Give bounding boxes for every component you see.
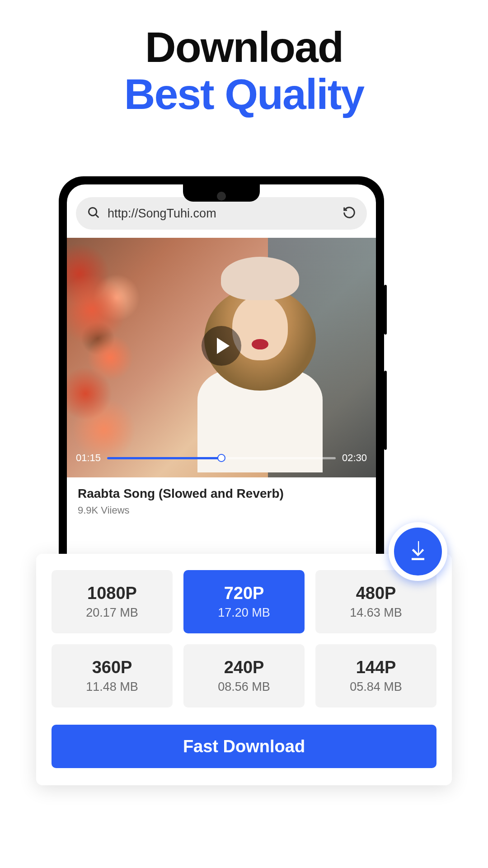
headline: Download Best Quality — [0, 0, 488, 119]
video-meta: Raabta Song (Slowed and Reverb) 9.9K Vii… — [67, 477, 376, 524]
quality-option-360p[interactable]: 360P 11.48 MB — [52, 644, 173, 708]
quality-option-144p[interactable]: 144P 05.84 MB — [315, 644, 436, 708]
current-time: 01:15 — [76, 452, 101, 464]
url-text: http://SongTuhi.com — [108, 207, 335, 221]
quality-label: 1080P — [56, 584, 168, 603]
fast-download-button[interactable]: Fast Download — [52, 725, 436, 768]
progress-thumb[interactable] — [217, 454, 225, 462]
duration: 02:30 — [342, 452, 367, 464]
quality-size: 20.17 MB — [56, 606, 168, 620]
svg-rect-2 — [412, 558, 424, 560]
svg-point-0 — [89, 208, 97, 216]
video-views: 9.9K Viiews — [78, 505, 365, 516]
quality-grid: 1080P 20.17 MB 720P 17.20 MB 480P 14.63 … — [52, 570, 436, 708]
quality-size: 11.48 MB — [56, 680, 168, 694]
video-progress[interactable]: 01:15 02:30 — [76, 452, 367, 464]
download-fab[interactable] — [389, 522, 447, 581]
quality-label: 720P — [188, 584, 300, 603]
progress-track[interactable] — [107, 457, 336, 459]
quality-label: 240P — [188, 658, 300, 677]
reload-icon[interactable] — [343, 206, 356, 221]
phone-notch — [183, 184, 260, 202]
download-panel: 1080P 20.17 MB 720P 17.20 MB 480P 14.63 … — [36, 554, 452, 785]
quality-label: 144P — [320, 658, 432, 677]
url-bar[interactable]: http://SongTuhi.com — [76, 197, 367, 230]
headline-line1: Download — [0, 23, 488, 72]
headline-line2: Best Quality — [0, 70, 488, 119]
quality-size: 08.56 MB — [188, 680, 300, 694]
quality-label: 480P — [320, 584, 432, 603]
phone-power-button — [384, 371, 387, 450]
search-icon — [87, 206, 100, 221]
quality-size: 05.84 MB — [320, 680, 432, 694]
play-button[interactable] — [202, 326, 241, 366]
play-icon — [217, 338, 230, 354]
download-arrow-icon — [405, 538, 431, 565]
video-player[interactable]: 01:15 02:30 — [67, 238, 376, 477]
quality-option-720p[interactable]: 720P 17.20 MB — [183, 570, 305, 633]
quality-label: 360P — [56, 658, 168, 677]
quality-size: 14.63 MB — [320, 606, 432, 620]
phone-volume-button — [384, 285, 387, 335]
video-title: Raabta Song (Slowed and Reverb) — [78, 486, 365, 501]
quality-option-1080p[interactable]: 1080P 20.17 MB — [52, 570, 173, 633]
quality-option-240p[interactable]: 240P 08.56 MB — [183, 644, 305, 708]
quality-size: 17.20 MB — [188, 606, 300, 620]
svg-line-1 — [96, 215, 99, 218]
